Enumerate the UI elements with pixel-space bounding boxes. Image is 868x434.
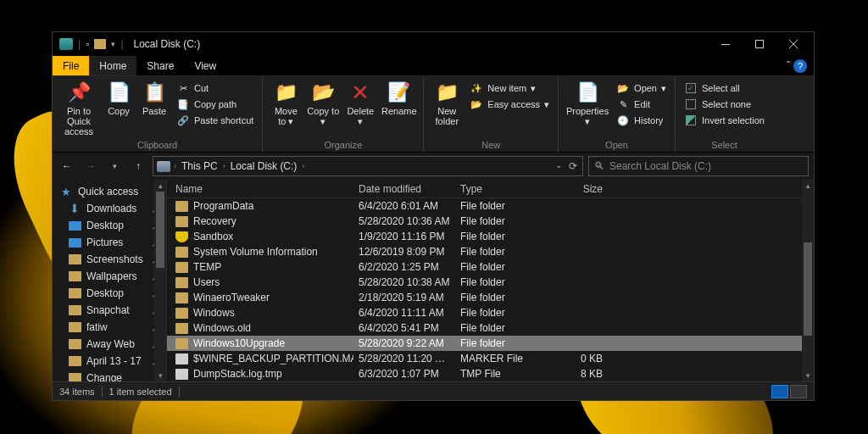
sidebar-item[interactable]: fatiw📍 (53, 319, 166, 336)
file-name: System Volume Information (193, 246, 318, 258)
sidebar-item[interactable]: Desktop📍 (53, 217, 166, 234)
edit-button[interactable]: ✎Edit (613, 97, 670, 112)
group-label-open: Open (605, 140, 628, 150)
new-item-button[interactable]: ✨New item ▾ (466, 81, 553, 96)
sidebar-scrollbar[interactable]: ▴ ▾ (154, 180, 166, 381)
table-row[interactable]: TEMP6/2/2020 1:25 PMFile folder (167, 259, 814, 275)
scrollbar-thumb[interactable] (156, 192, 164, 268)
thumbnails-view-button[interactable] (790, 385, 807, 398)
titlebar[interactable]: | ▫ ▾ | Local Disk (C:) (53, 32, 814, 56)
tab-share[interactable]: Share (136, 56, 184, 75)
move-icon: 📁 (274, 81, 298, 104)
sidebar-item[interactable]: Screenshots📍 (53, 251, 166, 268)
breadcrumb-this-pc[interactable]: This PC (180, 160, 220, 172)
back-button[interactable]: ← (58, 157, 76, 175)
column-size[interactable]: Size (540, 183, 608, 195)
breadcrumb-local-disk[interactable]: Local Disk (C:) (229, 160, 299, 172)
cut-button[interactable]: ✂Cut (173, 81, 257, 96)
address-bar[interactable]: › This PC › Local Disk (C:) › ⌄ ⟳ (153, 156, 583, 176)
scrollbar-thumb[interactable] (804, 242, 812, 336)
up-button[interactable]: ↑ (129, 157, 147, 175)
folder-icon (68, 337, 81, 351)
refresh-icon[interactable]: ⟳ (569, 160, 577, 172)
chevron-right-icon[interactable]: › (223, 162, 225, 170)
help-icon[interactable]: ? (793, 59, 807, 73)
file-icon (175, 353, 188, 364)
file-date: 2/18/2020 5:19 AM (353, 292, 455, 303)
navigation-pane[interactable]: ★ Quick access ⬇Downloads📍Desktop📍Pictur… (53, 180, 167, 381)
scroll-down-icon[interactable]: ▾ (802, 370, 814, 381)
recent-dropdown[interactable]: ▾ (105, 157, 124, 175)
table-row[interactable]: Users5/28/2020 10:38 AMFile folder (167, 275, 814, 290)
pictures-icon (68, 236, 81, 249)
table-row[interactable]: Windows10Upgrade5/28/2020 9:22 AMFile fo… (167, 336, 814, 351)
close-button[interactable] (776, 32, 810, 56)
history-button[interactable]: 🕘History (613, 113, 670, 128)
table-row[interactable]: Windows6/4/2020 11:11 AMFile folder (167, 305, 814, 320)
chevron-right-icon[interactable]: › (174, 162, 176, 170)
ribbon-collapse-icon[interactable]: ˆ (787, 60, 790, 72)
sidebar-item[interactable]: ⬇Downloads📍 (53, 200, 166, 217)
maximize-button[interactable] (743, 32, 776, 56)
easy-access-button[interactable]: 📂Easy access ▾ (466, 97, 553, 112)
forward-button[interactable]: → (81, 157, 100, 175)
tab-view[interactable]: View (184, 56, 226, 75)
file-size: 0 KB (540, 353, 608, 364)
sidebar-item[interactable]: Wallpapers📍 (53, 268, 166, 285)
file-type: File folder (455, 231, 540, 242)
column-headers[interactable]: Name Date modified Type Size (167, 180, 814, 198)
sidebar-item[interactable]: Away Web📍 (53, 336, 166, 353)
qat-properties-icon[interactable]: ▫ (86, 38, 89, 50)
copy-path-button[interactable]: 📑Copy path (173, 97, 257, 112)
scroll-down-icon[interactable]: ▾ (154, 370, 166, 381)
file-list[interactable]: ProgramData6/4/2020 6:01 AMFile folderRe… (167, 198, 814, 381)
rename-button[interactable]: 📝Rename (380, 79, 418, 118)
table-row[interactable]: ProgramData6/4/2020 6:01 AMFile folder (167, 198, 814, 214)
column-name[interactable]: Name (167, 183, 353, 195)
tab-file[interactable]: File (53, 56, 89, 75)
sidebar-item[interactable]: Snapchat📍 (53, 302, 166, 319)
sidebar-item-label: Screenshots (86, 253, 143, 265)
file-name: Sandbox (193, 231, 233, 242)
qat-dropdown-icon[interactable]: ▾ (111, 40, 115, 48)
sidebar-item[interactable]: Desktop📍 (53, 285, 166, 302)
table-row[interactable]: Sandbox1/9/2020 11:16 PMFile folder (167, 229, 814, 244)
minimize-button[interactable] (709, 32, 743, 56)
search-input[interactable]: 🔍︎ Search Local Disk (C:) (588, 156, 809, 176)
file-type: File folder (455, 261, 540, 273)
window-title: Local Disk (C:) (134, 38, 201, 50)
properties-button[interactable]: 📄Properties ▾ (564, 79, 611, 128)
sidebar-quick-access[interactable]: ★ Quick access (53, 183, 166, 200)
new-folder-button[interactable]: 📁New folder (429, 79, 465, 128)
select-all-button[interactable]: Select all (681, 81, 768, 96)
copy-to-button[interactable]: 📂Copy to ▾ (305, 79, 341, 128)
move-to-button[interactable]: 📁Move to ▾ (268, 79, 303, 128)
column-type[interactable]: Type (455, 183, 540, 195)
paste-button[interactable]: 📋Paste (137, 79, 171, 118)
address-dropdown-icon[interactable]: ⌄ (555, 160, 562, 172)
pin-quick-access-button[interactable]: 📌Pin to Quick access (58, 79, 100, 138)
invert-selection-button[interactable]: Invert selection (681, 113, 768, 128)
open-button[interactable]: 📂Open ▾ (613, 81, 670, 96)
chevron-right-icon[interactable]: › (302, 162, 304, 170)
scroll-up-icon[interactable]: ▴ (154, 180, 166, 192)
table-row[interactable]: DumpStack.log.tmp6/3/2020 1:07 PMTMP Fil… (167, 366, 814, 381)
table-row[interactable]: Windows.old6/4/2020 5:41 PMFile folder (167, 320, 814, 336)
qat-newfolder-icon[interactable] (94, 39, 106, 49)
copy-button[interactable]: 📄Copy (102, 79, 136, 118)
sidebar-item[interactable]: April 13 - 17📍 (53, 353, 166, 370)
main-scrollbar[interactable]: ▴ ▾ (802, 180, 814, 381)
table-row[interactable]: System Volume Information12/6/2019 8:09 … (167, 244, 814, 259)
details-view-button[interactable] (771, 385, 788, 398)
table-row[interactable]: $WINRE_BACKUP_PARTITION.MARKER5/28/2020 … (167, 351, 814, 366)
select-none-button[interactable]: Select none (681, 97, 768, 112)
delete-button[interactable]: ✕Delete ▾ (342, 79, 378, 128)
sidebar-item[interactable]: Pictures📍 (53, 234, 166, 251)
column-date[interactable]: Date modified (353, 183, 455, 195)
tab-home[interactable]: Home (89, 56, 136, 75)
sidebar-item[interactable]: Change (53, 370, 166, 381)
scroll-up-icon[interactable]: ▴ (802, 180, 814, 192)
table-row[interactable]: WinaeroTweaker2/18/2020 5:19 AMFile fold… (167, 290, 814, 305)
table-row[interactable]: Recovery5/28/2020 10:36 AMFile folder (167, 214, 814, 229)
paste-shortcut-button[interactable]: 🔗Paste shortcut (173, 113, 257, 128)
